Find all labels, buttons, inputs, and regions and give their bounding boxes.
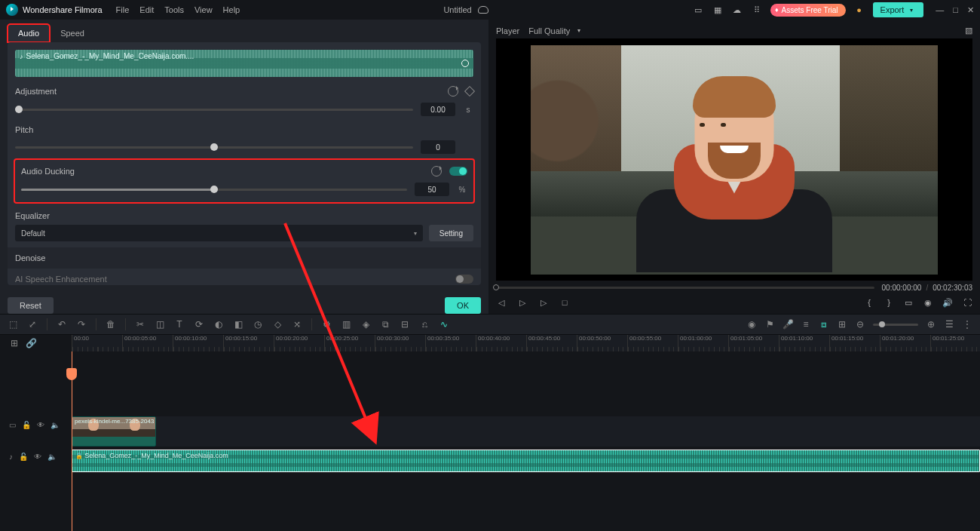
video-clip[interactable]: pexels-kindel-me...7385-2043 <box>72 416 156 447</box>
play-button[interactable]: ▷ <box>538 297 549 308</box>
chroma-icon[interactable]: ◈ <box>360 319 371 330</box>
text-icon[interactable]: T <box>174 319 185 330</box>
equalizer-setting-button[interactable]: Setting <box>429 225 473 241</box>
monitor-icon[interactable]: ▭ <box>692 4 704 16</box>
split-icon[interactable]: ⊟ <box>400 319 410 330</box>
mask-icon[interactable]: ▥ <box>341 319 351 330</box>
close-button[interactable]: ✕ <box>967 5 974 15</box>
quality-select[interactable]: Full Quality <box>528 26 580 35</box>
zoom-out-icon[interactable]: ⊖ <box>855 319 865 330</box>
assets-trial-badge[interactable]: Assets Free Trial <box>770 4 846 17</box>
notification-icon[interactable]: ● <box>853 4 865 16</box>
mixer-icon[interactable]: ≡ <box>801 319 811 330</box>
timer-icon[interactable]: ◷ <box>253 319 263 330</box>
track-link-icon[interactable]: 🔗 <box>26 338 36 348</box>
hand-tool-icon[interactable]: ⤢ <box>27 319 38 330</box>
crop-icon[interactable]: ◫ <box>155 319 165 330</box>
redo-icon[interactable]: ↷ <box>76 319 87 330</box>
undo-icon[interactable]: ↶ <box>57 319 67 330</box>
adjustment-keyframe-icon[interactable] <box>464 86 475 97</box>
scrub-bar[interactable] <box>496 287 874 289</box>
mark-in-icon[interactable]: { <box>864 297 874 308</box>
voiceover-icon[interactable]: 🎤 <box>782 319 793 330</box>
menu-view[interactable]: View <box>194 5 213 14</box>
ducking-value[interactable]: 50 <box>415 183 449 196</box>
minimize-button[interactable]: — <box>936 5 944 15</box>
effect-icon[interactable]: ◧ <box>233 319 243 330</box>
tab-audio[interactable]: Audio <box>8 24 50 42</box>
properties-panel: Audio Speed Selena_Gomez_-_My_Mind_Me_Ce… <box>0 20 488 314</box>
playhead[interactable] <box>72 351 72 531</box>
menu-file[interactable]: File <box>116 5 130 14</box>
adjustment-unit: s <box>463 106 473 114</box>
menu-tools[interactable]: Tools <box>164 5 184 14</box>
ducking-slider[interactable] <box>21 189 407 191</box>
prev-frame-button[interactable]: ◁ <box>496 297 507 308</box>
keyframe-tool-icon[interactable]: ◇ <box>272 319 283 330</box>
audio-timeline-clip[interactable]: Selena_Gomez_-_My_Mind_Me_CeeNaija.com <box>72 450 980 472</box>
list-icon[interactable]: ☰ <box>944 319 954 330</box>
snapshot-icon[interactable]: ◉ <box>923 297 933 308</box>
apps-icon[interactable]: ⠿ <box>751 4 763 16</box>
adjust-icon[interactable]: ⚙ <box>321 319 332 330</box>
cloud-sync-icon[interactable] <box>478 6 488 14</box>
tab-speed[interactable]: Speed <box>50 24 95 42</box>
select-tool-icon[interactable]: ⬚ <box>8 319 18 330</box>
pitch-slider[interactable] <box>15 146 413 149</box>
clip-end-handle[interactable] <box>461 60 469 67</box>
settings-icon[interactable]: ⋮ <box>962 319 972 330</box>
cut-icon[interactable]: ✂ <box>135 319 145 330</box>
audio-hide-icon[interactable]: 👁 <box>34 453 41 461</box>
stop-button[interactable]: □ <box>559 297 570 308</box>
motion-icon[interactable]: ⤨ <box>292 319 302 330</box>
play-backward-button[interactable]: ▷ <box>517 297 528 308</box>
audio-clip-preview[interactable]: Selena_Gomez_-_My_Mind_Me_CeeNaija.com..… <box>15 50 473 77</box>
zoom-slider[interactable] <box>873 324 918 326</box>
audio-track[interactable]: Selena_Gomez_-_My_Mind_Me_CeeNaija.com <box>72 450 980 472</box>
audio-mute-icon[interactable]: 🔈 <box>47 453 57 461</box>
equalizer-preset-select[interactable]: Default <box>15 225 423 241</box>
snapshot-settings-icon[interactable]: ▧ <box>965 26 972 35</box>
reset-button[interactable]: Reset <box>8 297 54 314</box>
color-icon[interactable]: ◐ <box>213 319 224 330</box>
video-track[interactable]: pexels-kindel-me...7385-2043 <box>72 416 980 447</box>
delete-icon[interactable]: 🗑 <box>106 319 116 330</box>
audio-ducking-label: Audio Ducking <box>21 167 75 176</box>
audio-lock-icon[interactable]: 🔓 <box>19 453 28 461</box>
adjustment-slider[interactable] <box>15 109 413 111</box>
denoise-section[interactable]: Denoise <box>8 247 481 269</box>
preview-viewport[interactable] <box>496 38 972 281</box>
snap-icon[interactable]: ⧈ <box>819 319 829 330</box>
cloud-icon[interactable]: ☁ <box>731 4 743 16</box>
pitch-value[interactable]: 0 <box>421 140 455 154</box>
group-icon[interactable]: ⧉ <box>380 319 390 330</box>
detach-icon[interactable]: ⎌ <box>419 319 430 330</box>
marker-tool-icon[interactable]: ⚑ <box>764 319 775 330</box>
adjustment-value[interactable]: 0.00 <box>421 103 455 116</box>
ok-button[interactable]: OK <box>445 297 481 314</box>
link-icon[interactable]: ⊞ <box>837 319 847 330</box>
fullscreen-icon[interactable]: ⛶ <box>962 297 972 308</box>
volume-icon[interactable]: 🔊 <box>942 297 953 308</box>
display-icon[interactable]: ▭ <box>903 297 914 308</box>
menu-edit[interactable]: Edit <box>139 5 154 14</box>
ai-speech-toggle[interactable] <box>455 275 473 284</box>
adjustment-reset-icon[interactable] <box>448 86 458 97</box>
audio-tool-icon[interactable]: ∿ <box>439 319 449 330</box>
menu-help[interactable]: Help <box>223 5 240 14</box>
export-button[interactable]: Export <box>873 2 924 17</box>
video-mute-icon[interactable]: 👁 <box>37 421 44 429</box>
mark-out-icon[interactable]: } <box>884 297 894 308</box>
time-ruler[interactable]: 00:0000:00:05:0000:00:10:0000:00:15:0000… <box>72 335 980 351</box>
render-icon[interactable]: ◉ <box>746 319 757 330</box>
clip-name: Selena_Gomez_-_My_Mind_Me_CeeNaija.com..… <box>15 52 194 60</box>
video-hide-icon[interactable]: 🔈 <box>51 421 60 429</box>
zoom-in-icon[interactable]: ⊕ <box>926 319 936 330</box>
image-icon[interactable]: ▦ <box>712 4 724 16</box>
track-manage-icon[interactable]: ⊞ <box>9 338 20 348</box>
ducking-reset-icon[interactable] <box>431 166 442 176</box>
speed-icon[interactable]: ⟳ <box>194 319 204 330</box>
video-lock-icon[interactable]: 🔓 <box>22 421 31 429</box>
ducking-toggle[interactable] <box>449 167 467 176</box>
maximize-button[interactable]: □ <box>953 5 958 15</box>
